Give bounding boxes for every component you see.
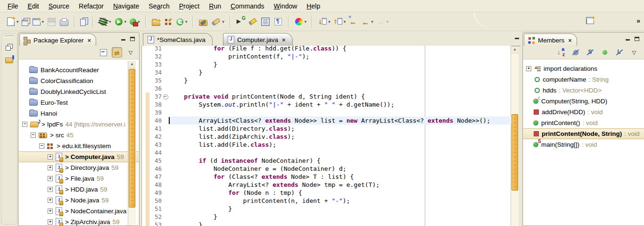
expand-icon[interactable]: + [48, 187, 53, 192]
menu-run[interactable]: Run [204, 1, 226, 11]
dropdown-chevron-icon[interactable]: ▾ [109, 19, 111, 24]
code-line-45[interactable]: 45 if (d instanceof NodeContainer) { [142, 157, 511, 165]
tree-item[interactable]: ColorClassification [19, 75, 139, 86]
copy-pages-button[interactable] [79, 16, 89, 27]
code-editor[interactable]: 31 for (File f : hdd.get(File.class)) {3… [141, 46, 511, 226]
color-palette-button[interactable]: ▾ [293, 16, 308, 28]
close-icon[interactable]: × [568, 37, 572, 44]
member-item[interactable]: printContent(): void [523, 117, 644, 128]
fast-view-handle[interactable] [5, 35, 14, 38]
view-menu-button[interactable]: ▽ [126, 48, 135, 57]
minimize-button[interactable] [514, 34, 520, 40]
highlighter-button[interactable] [247, 15, 259, 28]
minimize-button[interactable] [625, 36, 631, 41]
open-perspective-button[interactable] [584, 14, 596, 27]
menu-file[interactable]: File [3, 1, 23, 11]
expand-icon[interactable]: + [48, 209, 53, 214]
tree-item[interactable]: +> Directory.java59 [19, 162, 139, 173]
coverage-button[interactable] [234, 16, 247, 28]
code-line-48[interactable]: 48 ArrayList<? extends Node> tmp = e.get… [142, 181, 511, 189]
code-line-51[interactable]: 51 } [142, 205, 511, 213]
dropdown-chevron-icon[interactable]: ▾ [222, 19, 224, 24]
code-line-36[interactable]: 36 [142, 84, 511, 92]
member-item[interactable]: Smain(String[]): void [523, 139, 644, 150]
dropdown-chevron-icon[interactable]: ▾ [17, 19, 19, 24]
scroll-up-arrow[interactable]: ▲ [511, 46, 519, 53]
tree-item[interactable]: −> src45 [19, 130, 139, 141]
code-line-31[interactable]: 31 for (File f : hdd.get(File.class)) { [142, 46, 511, 52]
show-whitespace-button[interactable] [272, 16, 284, 28]
close-icon[interactable]: × [282, 36, 286, 43]
member-item[interactable]: computerName: String [523, 74, 644, 85]
code-line-52[interactable]: 52 } [142, 213, 511, 221]
collapse-icon[interactable]: − [39, 143, 44, 149]
previous-annotation-button[interactable]: ▾ [332, 16, 347, 28]
dropdown-chevron-icon[interactable]: ▾ [124, 19, 127, 24]
code-line-42[interactable]: 42 list.add(ZipArchiv.class); [142, 133, 511, 141]
sort-alphabetically-button[interactable]: z [556, 48, 566, 57]
code-line-53[interactable]: 53 } [142, 221, 511, 226]
view-menu-button[interactable]: ▽ [629, 48, 639, 57]
print-button[interactable] [58, 16, 70, 27]
editor-tab-someclassjava[interactable]: *SomeClass.java [143, 33, 213, 46]
dropdown-chevron-icon[interactable]: ▾ [305, 19, 307, 24]
menu-window[interactable]: Window [269, 1, 302, 11]
scrollbar-thumb[interactable] [129, 69, 135, 208]
tree-item[interactable]: BankAccountReader [19, 65, 139, 75]
scroll-up-arrow[interactable]: ▲ [128, 61, 136, 68]
run-external-button[interactable]: ▾ [128, 17, 141, 27]
fold-collapse-icon[interactable] [163, 94, 168, 100]
code-lines[interactable]: 31 for (File f : hdd.get(File.class)) {3… [142, 46, 511, 226]
code-line-32[interactable]: 32 printContent(f, "|-"); [142, 52, 511, 60]
new-java-project-button[interactable] [150, 16, 162, 27]
menu-source[interactable]: Source [44, 1, 74, 11]
code-line-39[interactable]: 39 [142, 109, 511, 117]
expand-icon[interactable]: + [526, 66, 531, 71]
back-button[interactable]: ▾ [359, 16, 375, 28]
code-line-34[interactable]: 34 } [142, 68, 511, 76]
code-line-38[interactable]: 38 System.out.println("|-" + ident + " "… [142, 100, 511, 109]
code-line-49[interactable]: 49 for (Node n : tmp) { [142, 189, 511, 197]
dropdown-chevron-icon[interactable]: ▾ [185, 19, 188, 24]
toolbar-overflow-chevron[interactable]: » [636, 17, 639, 25]
tree-item[interactable]: +> HDD.java59 [19, 184, 139, 195]
menu-commands[interactable]: Commands [226, 1, 269, 11]
new-window-button[interactable] [20, 17, 31, 27]
restore-views-button[interactable] [4, 42, 15, 53]
new-class-button[interactable]: ▾ [174, 16, 189, 28]
code-line-33[interactable]: 33 } [142, 60, 511, 68]
dropdown-chevron-icon[interactable]: ▾ [328, 19, 330, 24]
new-package-button[interactable] [162, 16, 174, 28]
maximize-button[interactable] [129, 36, 135, 41]
code-line-37[interactable]: 37 private void printContent(Node d, Str… [142, 92, 511, 100]
next-annotation-button[interactable]: ▾ [316, 16, 332, 28]
open-type-button[interactable] [197, 16, 209, 27]
expand-icon[interactable]: + [48, 219, 53, 225]
code-line-35[interactable]: 35 } [142, 76, 511, 84]
package-explorer-scrollbar[interactable]: ▲ [128, 61, 136, 226]
debug-button[interactable]: ▾ [97, 16, 113, 28]
code-line-40[interactable]: 40 ArrayList<Class<? extends Node>> list… [142, 117, 511, 125]
tree-item[interactable]: DoublyLinkedCyclicList [19, 86, 139, 97]
new-button[interactable]: ▾ [5, 16, 20, 28]
run-button[interactable]: ▾ [113, 16, 128, 28]
member-item[interactable]: cComputer(String, HDD) [523, 96, 644, 107]
minimize-button[interactable] [120, 36, 126, 41]
menu-search[interactable]: Search [144, 1, 174, 11]
menu-edit[interactable]: Edit [23, 1, 44, 11]
tree-item[interactable]: +> File.java59 [19, 173, 139, 184]
editor-scrollbar[interactable]: ▲ [511, 46, 519, 226]
menu-help[interactable]: Help [302, 1, 325, 11]
tree-item[interactable]: +> Node.java59 [19, 195, 139, 206]
hide-fields-button[interactable] [571, 48, 580, 57]
code-line-41[interactable]: 41 list.add(Directory.class); [142, 125, 511, 133]
expand-icon[interactable]: + [48, 154, 53, 159]
dropdown-chevron-icon[interactable]: ▾ [42, 19, 44, 24]
code-line-44[interactable]: 44 [142, 149, 511, 157]
hide-static-members-button[interactable] [586, 48, 595, 57]
menu-refactor[interactable]: Refactor [74, 1, 108, 11]
member-item[interactable]: hdds: Vector<HDD> [523, 85, 644, 96]
package-explorer-tab[interactable]: Package Explorer × [19, 33, 96, 46]
member-item[interactable]: addDrive(HDD): void [523, 107, 644, 117]
tree-item[interactable]: −> IpdFs44 [https://svnserver.i [19, 119, 139, 130]
